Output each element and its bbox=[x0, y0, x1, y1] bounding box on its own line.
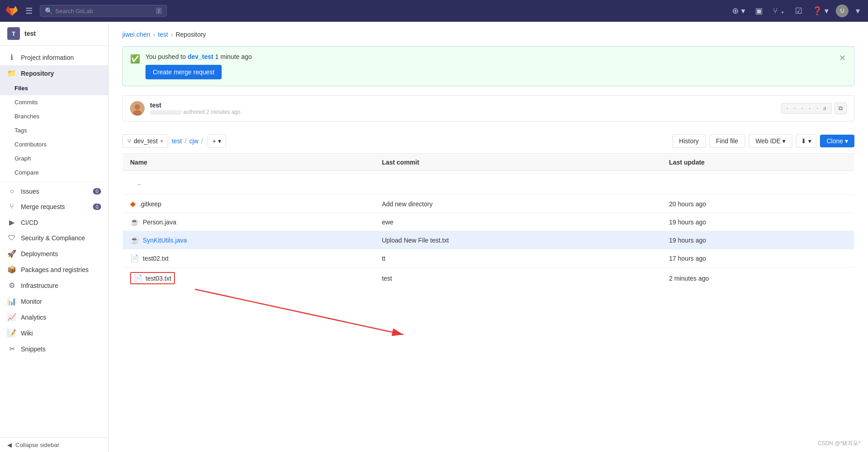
sidebar-item-compare[interactable]: Compare bbox=[0, 165, 108, 180]
create-merge-request-button[interactable]: Create merge request bbox=[145, 65, 222, 79]
top-navigation: ☰ 🔍 / ⊕ ▾ ▣ ⑂ ▾ ☑ ❓ ▾ U ▾ bbox=[0, 0, 868, 22]
sidebar-item-label: Packages and registries bbox=[21, 266, 88, 273]
add-file-button[interactable]: + ▾ bbox=[208, 134, 226, 148]
avatar-dropdown-icon[interactable]: ▾ bbox=[853, 4, 863, 18]
download-button[interactable]: ⬇ ▾ bbox=[796, 134, 816, 148]
deployments-icon: 🚀 bbox=[7, 249, 16, 258]
sidebar-item-label: Graph bbox=[15, 155, 31, 162]
push-banner-message: You pushed to dev_test 1 minute ago bbox=[145, 53, 833, 60]
todos-icon[interactable]: ☑ bbox=[792, 4, 805, 18]
time-ago-cell: 19 hours ago bbox=[662, 213, 854, 231]
sidebar-item-label: Issues bbox=[21, 188, 39, 195]
sidebar-item-snippets[interactable]: ✂ Snippets bbox=[0, 341, 108, 357]
gitlab-logo[interactable] bbox=[5, 5, 18, 17]
sidebar-item-tags[interactable]: Tags bbox=[0, 123, 108, 137]
commit-message-cell: tt bbox=[374, 249, 662, 267]
sidebar-item-graph[interactable]: Graph bbox=[0, 151, 108, 165]
collapse-sidebar-button[interactable]: ◀ Collapse sidebar bbox=[0, 437, 108, 452]
sidebar-item-branches[interactable]: Branches bbox=[0, 109, 108, 123]
table-row: .. bbox=[123, 171, 854, 195]
branch-name: dev_test bbox=[188, 53, 213, 60]
security-icon: 🛡 bbox=[7, 234, 16, 242]
breadcrumb: jiwei.chen › test › Repository bbox=[122, 31, 854, 38]
sidebar-item-label: Deployments bbox=[21, 250, 58, 258]
parent-dir-link[interactable]: .. bbox=[130, 175, 847, 190]
copy-commit-sha-button[interactable]: ⧉ bbox=[834, 102, 847, 114]
issues-icon[interactable]: ▣ bbox=[752, 4, 766, 18]
project-header[interactable]: T test bbox=[0, 22, 108, 46]
sidebar-item-security-compliance[interactable]: 🛡 Security & Compliance bbox=[0, 230, 108, 246]
global-search-box[interactable]: 🔍 / bbox=[40, 5, 167, 17]
sidebar-item-analytics[interactable]: 📈 Analytics bbox=[0, 309, 108, 325]
sidebar-item-packages-registries[interactable]: 📦 Packages and registries bbox=[0, 262, 108, 277]
file-name: .gitkeep bbox=[139, 200, 161, 208]
sidebar-item-files[interactable]: Files bbox=[0, 81, 108, 95]
sidebar-item-monitor[interactable]: 📊 Monitor bbox=[0, 293, 108, 309]
sidebar-item-label: Tags bbox=[15, 127, 27, 134]
close-banner-button[interactable]: ✕ bbox=[838, 53, 847, 63]
project-name: test bbox=[24, 30, 36, 37]
breadcrumb-project[interactable]: test bbox=[158, 31, 168, 38]
sidebar-item-label: Analytics bbox=[21, 314, 46, 321]
wiki-icon: 📝 bbox=[7, 329, 16, 337]
page-layout: T test ℹ Project information 📁 Repositor… bbox=[0, 22, 868, 452]
sidebar-item-label: Security & Compliance bbox=[21, 234, 85, 242]
help-icon[interactable]: ❓ ▾ bbox=[810, 4, 831, 18]
clone-button[interactable]: Clone ▾ bbox=[820, 135, 854, 147]
infrastructure-icon: ⚙ bbox=[7, 281, 16, 290]
file-name: test03.txt bbox=[145, 275, 171, 282]
java-file-icon: ☕ bbox=[130, 236, 139, 244]
commit-author-avatar bbox=[130, 101, 145, 116]
issues-badge: 0 bbox=[93, 188, 101, 194]
sidebar-item-infrastructure[interactable]: ⚙ Infrastructure bbox=[0, 277, 108, 293]
path-part-test[interactable]: test bbox=[172, 137, 182, 145]
breadcrumb-separator-2: › bbox=[171, 31, 173, 38]
sidebar-item-contributors[interactable]: Contributors bbox=[0, 137, 108, 151]
file-name: test02.txt bbox=[143, 255, 169, 262]
file-name-cell: ◆ .gitkeep bbox=[130, 199, 367, 208]
cicd-icon: ▶ bbox=[7, 218, 16, 227]
path-part-cjw[interactable]: cjw bbox=[189, 137, 198, 145]
sidebar-item-issues[interactable]: ○ Issues 0 bbox=[0, 184, 108, 199]
find-file-button[interactable]: Find file bbox=[709, 134, 745, 148]
time-ago-cell: 19 hours ago bbox=[662, 231, 854, 249]
breadcrumb-current-page: Repository bbox=[175, 31, 206, 38]
sidebar-item-wiki[interactable]: 📝 Wiki bbox=[0, 325, 108, 341]
project-information-icon: ℹ bbox=[7, 53, 16, 62]
collapse-icon: ◀ bbox=[7, 442, 12, 448]
sidebar-item-deployments[interactable]: 🚀 Deployments bbox=[0, 246, 108, 262]
web-ide-button[interactable]: Web IDE ▾ bbox=[749, 134, 793, 148]
sidebar-item-label: Repository bbox=[21, 70, 54, 77]
user-avatar[interactable]: U bbox=[836, 5, 849, 17]
merge-requests-icon[interactable]: ⑂ ▾ bbox=[770, 5, 788, 18]
col-last-update: Last update bbox=[662, 154, 854, 171]
commit-message-cell: ewe bbox=[374, 213, 662, 231]
branch-selector[interactable]: ⑂ dev_test ▾ bbox=[122, 134, 168, 148]
hamburger-menu[interactable]: ☰ bbox=[23, 4, 35, 18]
sidebar: T test ℹ Project information 📁 Repositor… bbox=[0, 22, 109, 452]
breadcrumb-user[interactable]: jiwei.chen bbox=[122, 31, 150, 38]
txt-file-icon: 📄 bbox=[134, 274, 143, 282]
sidebar-item-label: Branches bbox=[15, 113, 39, 120]
sidebar-item-merge-requests[interactable]: ⑂ Merge requests 0 bbox=[0, 199, 108, 214]
create-new-icon[interactable]: ⊕ ▾ bbox=[729, 4, 748, 18]
commit-info-bar: test authored 2 minutes ago · · · · · a … bbox=[122, 95, 854, 122]
table-row: 📄 test03.txt test 2 minutes ago bbox=[123, 267, 854, 289]
col-last-commit: Last commit bbox=[374, 154, 662, 171]
file-name-cell: 📄 test03.txt bbox=[130, 272, 367, 284]
history-button[interactable]: History bbox=[672, 134, 706, 148]
snippets-icon: ✂ bbox=[7, 345, 16, 353]
search-input[interactable] bbox=[55, 8, 153, 15]
commit-message-cell: Upload New File test.txt bbox=[374, 231, 662, 249]
sidebar-item-cicd[interactable]: ▶ CI/CD bbox=[0, 214, 108, 230]
sidebar-item-commits[interactable]: Commits bbox=[0, 95, 108, 109]
table-row: ◆ .gitkeep Add new directory 20 hours ag… bbox=[123, 195, 854, 213]
commit-hash-display: · · · · · a bbox=[781, 103, 832, 114]
time-ago-cell: 2 minutes ago bbox=[662, 267, 854, 289]
sidebar-item-project-information[interactable]: ℹ Project information bbox=[0, 49, 108, 65]
sidebar-item-repository[interactable]: 📁 Repository bbox=[0, 65, 108, 81]
synkitutils-file-link[interactable]: SynKitUtils.java bbox=[143, 237, 187, 244]
sidebar-item-label: Infrastructure bbox=[21, 282, 58, 289]
monitor-icon: 📊 bbox=[7, 297, 16, 306]
sidebar-item-label: Commits bbox=[15, 99, 38, 106]
